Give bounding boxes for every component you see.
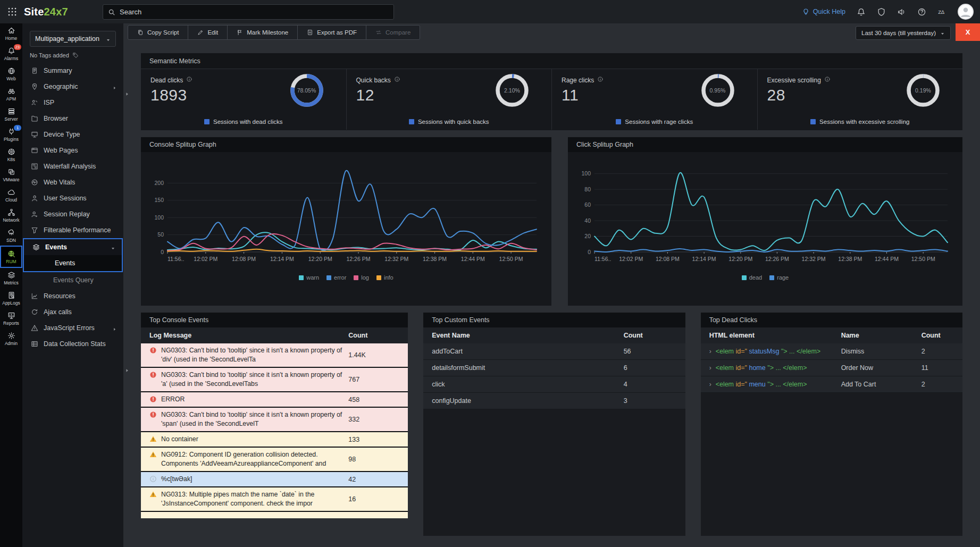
application-selector-value: Multipage_application <box>35 35 106 43</box>
sidebar-item-session-replay[interactable]: Session Replay <box>22 206 123 222</box>
nav-item-vmware[interactable]: VMware <box>0 165 22 185</box>
nav-item-apm[interactable]: APM <box>0 84 22 104</box>
console-event-row[interactable]: ERROR 458 <box>141 392 408 408</box>
search-input[interactable] <box>120 8 389 16</box>
nav-item-alarms[interactable]: Alarms23 <box>0 44 22 64</box>
sidebar-item-web-vitals[interactable]: Web Vitals <box>22 174 123 190</box>
webpage-icon <box>31 147 38 154</box>
sidebar-item-ajax-calls[interactable]: Ajax calls <box>22 304 123 320</box>
export-as-pdf-button[interactable]: Export as PDF <box>298 26 366 39</box>
sidebar-item-javascript-errors[interactable]: JavaScript Errors <box>22 320 123 336</box>
console-event-row-partial[interactable] <box>141 512 408 518</box>
nav-item-network[interactable]: Network <box>0 205 22 225</box>
quick-help-link[interactable]: Quick Help <box>802 8 845 16</box>
sidebar-item-filterable-performance[interactable]: Filterable Performance <box>22 222 123 238</box>
mark-milestone-button[interactable]: Mark Milestone <box>228 26 298 39</box>
sidebar-item-events[interactable]: Events <box>24 255 122 271</box>
nav-item-home[interactable]: Home <box>0 23 22 44</box>
nav-item-cloud[interactable]: Cloud <box>0 185 22 205</box>
nav-item-sdn[interactable]: SDN <box>0 225 22 246</box>
zoho-assist-icon[interactable]: Z∆ <box>937 7 947 16</box>
custom-event-row[interactable]: click 4 <box>423 376 685 393</box>
sidebar-item-resources[interactable]: Resources <box>22 288 123 304</box>
close-button[interactable]: X <box>956 23 980 41</box>
avatar[interactable] <box>958 4 974 20</box>
element-count: 2 <box>922 381 954 388</box>
edit-button[interactable]: Edit <box>188 26 228 39</box>
button-label: Copy Script <box>147 29 179 36</box>
no-tags-label: No Tags added <box>30 52 116 58</box>
svg-text:12:26 PM: 12:26 PM <box>765 256 789 262</box>
event-count: 133 <box>348 436 399 443</box>
nav-badge: 23 <box>14 44 21 50</box>
legend-item-dead[interactable]: dead <box>742 274 762 281</box>
date-range-select[interactable]: Last 30 days (till yesterday) <box>856 26 951 40</box>
sidebar-item-label: Events <box>55 259 115 267</box>
metric-card-rage-clicks: Rage clicks 11 0.95% Sessions with rage … <box>552 69 758 130</box>
nav-item-plugins[interactable]: Plugins1 <box>0 124 22 145</box>
custom-event-row[interactable]: addToCart 56 <box>423 343 685 360</box>
legend-item-rage[interactable]: rage <box>769 274 789 281</box>
nav-item-k8s[interactable]: K8s <box>0 145 22 165</box>
nav-item-reports[interactable]: Reports <box>0 308 22 329</box>
event-count: 332 <box>348 416 399 423</box>
nav-item-rum[interactable]: RUM <box>0 246 22 268</box>
info-icon[interactable] <box>597 76 604 84</box>
custom-event-row[interactable]: configUpdate 3 <box>423 393 685 409</box>
compare-button[interactable]: Compare <box>366 26 420 39</box>
layers-icon <box>7 271 15 279</box>
nav-item-server[interactable]: Server <box>0 104 22 124</box>
console-event-row[interactable]: NG0303: Can't bind to 'tooltip' since it… <box>141 343 408 368</box>
sidebar-item-user-sessions[interactable]: User Sessions <box>22 190 123 206</box>
help-question-icon[interactable] <box>917 7 926 16</box>
apps-grid-icon[interactable] <box>7 6 18 17</box>
console-event-row[interactable]: No container 133 <box>141 432 408 448</box>
shield-icon[interactable] <box>877 7 886 16</box>
sidebar-item-browser[interactable]: Browser <box>22 111 123 127</box>
element-name: Order Now <box>841 364 922 372</box>
nav-item-metrics[interactable]: Metrics <box>0 268 22 288</box>
console-event-row[interactable]: NG0313: Multiple pipes match the name `d… <box>141 487 408 512</box>
legend-item-warn[interactable]: warn <box>299 274 319 281</box>
console-event-row[interactable]: %c[twƏak] 42 <box>141 472 408 487</box>
nav-item-applogs[interactable]: AppLogs <box>0 288 22 308</box>
info-icon[interactable] <box>824 76 831 84</box>
dead-click-row[interactable]: ›<elem id=" statusMsg "> ... </elem> Dis… <box>701 343 962 360</box>
sidebar-item-web-pages[interactable]: Web Pages <box>22 142 123 158</box>
megaphone-icon[interactable] <box>897 7 906 16</box>
custom-event-row[interactable]: detailsformSubmit 6 <box>423 360 685 376</box>
nav-item-label: APM <box>6 97 16 102</box>
info-icon[interactable] <box>186 76 192 84</box>
console-event-row[interactable]: NG0303: Can't bind to 'tooltip' since it… <box>141 408 408 432</box>
nav-item-admin[interactable]: Admin <box>0 329 22 349</box>
panel-expand-handle-icon[interactable] <box>124 89 130 97</box>
sidebar-item-summary[interactable]: Summary <box>22 63 123 79</box>
expand-chevron-icon[interactable]: › <box>709 348 711 355</box>
nav-item-web[interactable]: Web <box>0 64 22 84</box>
sidebar-item-device-type[interactable]: Device Type <box>22 127 123 142</box>
sidebar-item-isp[interactable]: ISP <box>22 95 123 111</box>
sidebar-item-events-query[interactable]: Events Query <box>22 272 123 288</box>
legend-item-error[interactable]: error <box>326 274 346 281</box>
notifications-bell-icon[interactable] <box>857 7 866 16</box>
map-pin-icon <box>31 83 38 90</box>
sidebar-item-geographic[interactable]: Geographic <box>22 79 123 95</box>
legend-item-info[interactable]: info <box>376 274 393 281</box>
chart-title: Console Splitup Graph <box>141 137 551 152</box>
info-icon[interactable] <box>394 76 400 84</box>
sidebar-item-data-collection-stats[interactable]: Data Collection Stats <box>22 336 123 352</box>
dead-click-row[interactable]: ›<elem id=" home "> ... </elem> Order No… <box>701 360 962 376</box>
sidebar-item-waterfall-analysis[interactable]: Waterfall Analysis <box>22 158 123 174</box>
sidebar-item-events[interactable]: Events <box>24 239 122 255</box>
expand-chevron-icon[interactable]: › <box>709 381 711 388</box>
console-event-row[interactable]: NG0912: Component ID generation collisio… <box>141 448 408 472</box>
dead-click-row[interactable]: ›<elem id=" menu "> ... </elem> Add To C… <box>701 376 962 393</box>
copy-script-button[interactable]: Copy Script <box>128 26 188 39</box>
expand-chevron-icon[interactable]: › <box>709 364 711 372</box>
console-event-row[interactable]: NG0303: Can't bind to 'tooltip' since it… <box>141 368 408 392</box>
panel-expand-handle-icon[interactable] <box>124 366 130 373</box>
site24x7-logo[interactable]: Site24x7 <box>24 6 68 18</box>
legend-item-log[interactable]: log <box>354 274 369 281</box>
application-selector[interactable]: Multipage_application <box>30 31 116 47</box>
global-search[interactable] <box>103 4 394 20</box>
